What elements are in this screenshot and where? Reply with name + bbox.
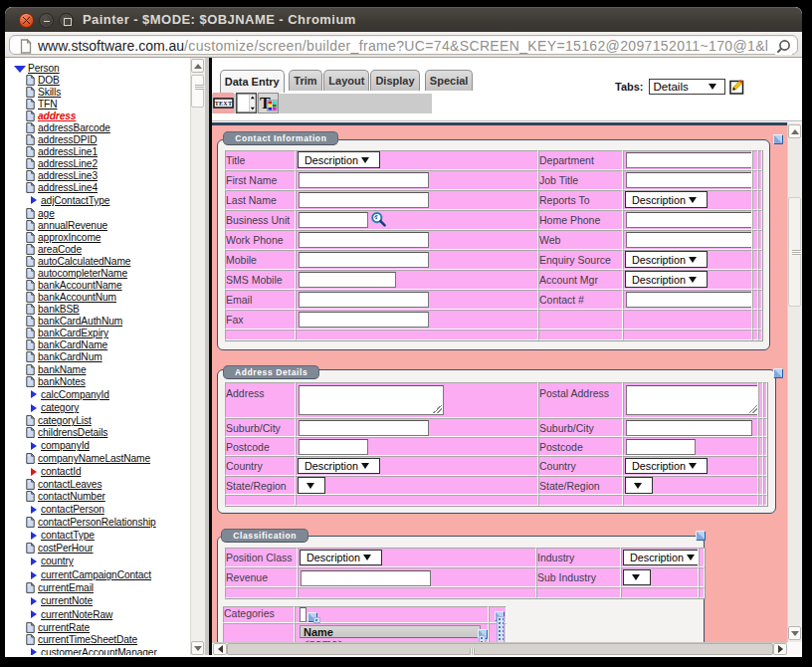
collapsed-triangle-icon[interactable] <box>26 648 41 655</box>
font-color-widget-icon[interactable]: T <box>258 93 279 113</box>
tree-item-Skills[interactable]: Skills <box>7 86 190 98</box>
section-edit-icon[interactable] <box>773 130 783 140</box>
collapsed-triangle-icon[interactable] <box>26 390 41 398</box>
window-close-button[interactable] <box>19 13 34 28</box>
narrow-select[interactable] <box>298 477 325 494</box>
tree-item-addressLine2[interactable]: addressLine2 <box>7 157 190 169</box>
description-select[interactable]: Description <box>623 550 699 566</box>
tree-item-costPerHour[interactable]: costPerHour <box>7 543 190 555</box>
text-input[interactable] <box>626 232 752 248</box>
edit-tabs-icon[interactable] <box>729 79 744 95</box>
tree-item-bankCardAuthNum[interactable]: bankCardAuthNum <box>7 316 190 328</box>
tree-item-currentNoteRaw[interactable]: currentNoteRaw <box>7 608 190 622</box>
tree-item-addressLine4[interactable]: addressLine4 <box>7 181 190 193</box>
sidebar-scroll-down-button[interactable] <box>191 641 204 655</box>
lookup-input[interactable] <box>299 212 368 228</box>
canvas-scroll-left-button[interactable] <box>213 643 227 655</box>
text-input[interactable] <box>299 420 429 436</box>
window-minimize-button[interactable] <box>39 13 54 28</box>
tree-item-customerAccountManager[interactable]: customerAccountManager <box>7 645 190 655</box>
tree-item-contactType[interactable]: contactType <box>7 529 190 543</box>
description-select[interactable]: Description <box>625 191 708 208</box>
tree-item-autocompleterName[interactable]: autocompleterName <box>7 268 190 280</box>
text-input[interactable] <box>301 570 431 586</box>
description-select[interactable]: Description <box>625 271 708 288</box>
text-input[interactable] <box>299 439 368 455</box>
categories-mini-input[interactable] <box>300 607 306 622</box>
tree-item-TFN[interactable]: TFN <box>7 98 190 110</box>
collapsed-triangle-icon[interactable] <box>26 571 41 579</box>
tree-item-contactNumber[interactable]: contactNumber <box>7 491 190 503</box>
painter-tab-data-entry[interactable]: Data Entry <box>220 70 285 93</box>
tree-item-bankAccountName[interactable]: bankAccountName <box>7 280 190 292</box>
tree-item-companyId[interactable]: companyId <box>7 439 190 453</box>
text-input[interactable] <box>299 232 429 248</box>
canvas-scroll-thumb[interactable] <box>788 197 801 307</box>
tree-item-bankBSB[interactable]: bankBSB <box>7 304 190 316</box>
tree-item-currentTimeSheetDate[interactable]: currentTimeSheetDate <box>7 633 190 645</box>
painter-tab-trim[interactable]: Trim <box>289 70 321 91</box>
tree-item-contactId[interactable]: contactId <box>7 465 190 479</box>
tree-item-currentNote[interactable]: currentNote <box>7 594 190 608</box>
sidebar-scroll-thumb[interactable] <box>191 75 204 108</box>
url-text[interactable]: www.stsoftware.com.au/customize/screen/b… <box>38 38 780 54</box>
tree-item-contactPersonRelationship[interactable]: contactPersonRelationship <box>7 517 190 529</box>
canvas-scroll-right-button[interactable] <box>773 643 787 655</box>
tree-item-addressBarcode[interactable]: addressBarcode <box>7 121 190 133</box>
sidebar-scrollbar[interactable] <box>190 58 205 655</box>
sidebar-scroll-up-button[interactable] <box>191 59 204 73</box>
painter-tab-special[interactable]: Special <box>425 70 474 91</box>
tree-item-bankCardNum[interactable]: bankCardNum <box>7 351 190 363</box>
collapsed-triangle-icon[interactable] <box>26 610 41 618</box>
narrow-select[interactable] <box>623 569 651 586</box>
section-edit-icon[interactable] <box>773 364 783 374</box>
tree-item-bankNotes[interactable]: bankNotes <box>7 375 190 387</box>
canvas-scroll-up-button[interactable] <box>788 124 801 138</box>
text-input[interactable] <box>299 312 429 328</box>
text-input[interactable] <box>299 172 429 188</box>
tree-item-addressDPID[interactable]: addressDPID <box>7 133 190 145</box>
collapsed-triangle-red-icon[interactable] <box>26 468 41 476</box>
tree-item-addressLine3[interactable]: addressLine3 <box>7 169 190 181</box>
url-bar[interactable]: www.stsoftware.com.au/customize/screen/b… <box>9 35 798 55</box>
tree-root-person[interactable]: Person <box>7 62 190 74</box>
tree-item-autoCalculatedName[interactable]: autoCalculatedName <box>7 256 190 268</box>
tree-item-DOB[interactable]: DOB <box>7 74 190 86</box>
tree-item-contactPerson[interactable]: contactPerson <box>7 503 190 517</box>
tree-item-address[interactable]: address <box>7 110 190 121</box>
categories-scrollbar[interactable] <box>497 616 505 643</box>
description-select[interactable]: Description <box>300 550 382 566</box>
text-widget-icon[interactable]: TEXT <box>213 93 234 113</box>
tree-item-approxIncome[interactable]: approxIncome <box>7 232 190 244</box>
tree-item-areaCode[interactable]: areaCode <box>7 244 190 256</box>
tree-item-bankName[interactable]: bankName <box>7 363 190 375</box>
text-input[interactable] <box>299 192 429 208</box>
tree-item-calcCompanyId[interactable]: calcCompanyId <box>7 387 190 401</box>
collapsed-triangle-icon[interactable] <box>26 597 41 605</box>
description-select[interactable]: Description <box>625 458 708 475</box>
tree-item-adjContactType[interactable]: adjContactType <box>7 194 190 208</box>
canvas-horizontal-scrollbar[interactable] <box>212 642 787 655</box>
resize-grip-icon[interactable] <box>433 404 442 413</box>
text-input[interactable] <box>626 420 752 436</box>
collapsed-triangle-icon[interactable] <box>26 196 41 204</box>
collapsed-triangle-icon[interactable] <box>26 557 41 565</box>
tree-item-addressLine1[interactable]: addressLine1 <box>7 145 190 157</box>
lookup-icon[interactable] <box>370 211 387 228</box>
tree-item-currentRate[interactable]: currentRate <box>7 621 190 633</box>
text-input[interactable] <box>299 292 429 308</box>
tree-item-contactLeaves[interactable]: contactLeaves <box>7 479 190 491</box>
textarea-input[interactable] <box>299 385 444 415</box>
collapsed-triangle-icon[interactable] <box>26 506 41 514</box>
painter-tab-layout[interactable]: Layout <box>323 70 369 91</box>
expanded-triangle-icon[interactable] <box>12 64 27 73</box>
window-maximize-button[interactable] <box>59 13 74 28</box>
text-input[interactable] <box>626 152 752 168</box>
tree-item-currentEmail[interactable]: currentEmail <box>7 582 190 594</box>
tree-item-bankCardName[interactable]: bankCardName <box>7 339 190 351</box>
tree-item-bankAccountNum[interactable]: bankAccountNum <box>7 292 190 304</box>
description-select[interactable]: Description <box>298 458 380 475</box>
painter-tab-display[interactable]: Display <box>370 70 419 91</box>
tree-item-category[interactable]: category <box>7 401 190 415</box>
tree-item-bankCardExpiry[interactable]: bankCardExpiry <box>7 328 190 339</box>
